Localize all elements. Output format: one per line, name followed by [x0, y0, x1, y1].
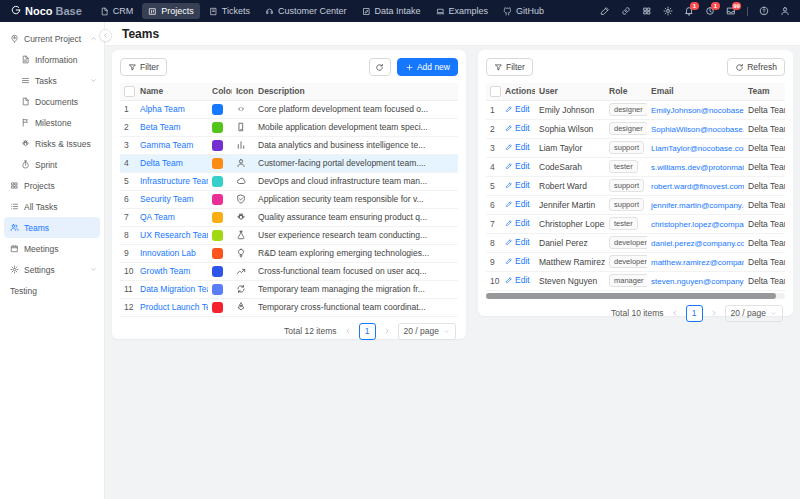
team-name-link[interactable]: Product Launch Team — [140, 302, 208, 312]
add-new-button[interactable]: Add new — [397, 58, 458, 76]
nav-item-customer-center[interactable]: Customer Center — [259, 3, 353, 19]
team-row[interactable]: 11Data Migration TeamTemporary team mana… — [120, 280, 458, 298]
edit-button[interactable]: Edit — [505, 123, 530, 133]
team-row[interactable]: 4Delta TeamCustomer-facing portal develo… — [120, 154, 458, 172]
user-row[interactable]: 2EditSophia WilsondesignerSophiaWilson@n… — [486, 119, 785, 138]
sidebar-item-meetings[interactable]: Meetings — [0, 238, 104, 259]
edit-button[interactable]: Edit — [505, 199, 530, 209]
next-page-button[interactable] — [383, 327, 391, 335]
select-all-checkbox[interactable] — [124, 86, 135, 97]
select-all-checkbox[interactable] — [490, 86, 501, 97]
nocobase-logo[interactable]: Noco Base — [10, 4, 82, 18]
edit-button[interactable]: Edit — [505, 237, 530, 247]
team-name-link[interactable]: UX Research Team — [140, 230, 208, 240]
nav-item-github[interactable]: GitHub — [497, 3, 550, 19]
page-number-button[interactable]: 1 — [359, 323, 376, 340]
edit-button[interactable]: Edit — [505, 161, 530, 171]
team-row[interactable]: 6Security TeamApplication security team … — [120, 190, 458, 208]
nav-item-projects[interactable]: Projects — [142, 3, 200, 19]
page-size-select[interactable]: 20 / page — [725, 305, 783, 322]
email-link[interactable]: s.williams.dev@protonmail.com — [651, 163, 744, 172]
sidebar-item-information[interactable]: Information — [0, 49, 104, 70]
email-link[interactable]: EmilyJohnson@nocobase.com — [651, 106, 744, 115]
grid-button[interactable] — [642, 6, 652, 16]
sidebar-item-documents[interactable]: Documents — [0, 91, 104, 112]
nav-item-tickets[interactable]: Tickets — [203, 3, 256, 19]
sidebar-item-current-project[interactable]: Current Project — [0, 28, 104, 49]
team-name-link[interactable]: Data Migration Team — [140, 284, 208, 294]
team-row[interactable]: 2Beta TeamMobile application development… — [120, 118, 458, 136]
team-name-link[interactable]: Delta Team — [140, 158, 183, 168]
team-row[interactable]: 3Gamma TeamData analytics and business i… — [120, 136, 458, 154]
nav-item-data-intake[interactable]: Data Intake — [356, 3, 427, 19]
link-button[interactable] — [621, 6, 631, 16]
user-row[interactable]: 7EditChristopher Lopeztesterchristopher.… — [486, 214, 785, 233]
team-name-link[interactable]: Gamma Team — [140, 140, 193, 150]
sidebar-item-milestone[interactable]: Milestone — [0, 112, 104, 133]
user-row[interactable]: 4EditCodeSarahtesters.williams.dev@proto… — [486, 157, 785, 176]
inbox-button[interactable]: 99 — [726, 6, 736, 16]
page-size-select[interactable]: 20 / page — [398, 323, 456, 340]
sidebar-item-all-tasks[interactable]: All Tasks — [0, 196, 104, 217]
gear-button[interactable] — [663, 6, 673, 16]
sidebar-item-settings[interactable]: Settings — [0, 259, 104, 280]
email-link[interactable]: SophiaWilson@nocobase.com — [651, 125, 744, 134]
sidebar-item-testing[interactable]: Testing — [0, 280, 104, 301]
page-number-button[interactable]: 1 — [686, 305, 703, 322]
team-row[interactable]: 12Product Launch TeamTemporary cross-fun… — [120, 298, 458, 316]
refresh-button[interactable]: Refresh — [727, 58, 785, 76]
sidebar-item-tasks[interactable]: Tasks — [0, 70, 104, 91]
user-row[interactable]: 1EditEmily JohnsondesignerEmilyJohnson@n… — [486, 100, 785, 119]
team-name-link[interactable]: Alpha Team — [140, 104, 185, 114]
team-row[interactable]: 5Infrastructure TeamDevOps and cloud inf… — [120, 172, 458, 190]
user-button[interactable] — [780, 6, 790, 16]
team-row[interactable]: 7QA TeamQuality assurance team ensuring … — [120, 208, 458, 226]
edit-button[interactable]: Edit — [505, 142, 530, 152]
sidebar-item-risks-issues[interactable]: Risks & Issues — [0, 133, 104, 154]
team-name-link[interactable]: Innovation Lab — [140, 248, 196, 258]
user-row[interactable]: 6EditJennifer Martinsupportjennifer.mart… — [486, 195, 785, 214]
clock-button[interactable]: 1 — [705, 6, 715, 16]
edit-button[interactable]: Edit — [505, 218, 530, 228]
email-link[interactable]: matthew.ramirez@company.com — [651, 258, 744, 267]
team-row[interactable]: 1Alpha TeamCore platform development tea… — [120, 100, 458, 118]
team-row[interactable]: 8UX Research TeamUser experience researc… — [120, 226, 458, 244]
nav-item-examples[interactable]: Examples — [430, 3, 495, 19]
prev-page-button[interactable] — [671, 309, 679, 317]
user-row[interactable]: 10EditSteven Nguyenmanagersteven.nguyen@… — [486, 271, 785, 290]
team-row[interactable]: 10Growth TeamCross-functional team focus… — [120, 262, 458, 280]
edit-button[interactable]: Edit — [505, 104, 530, 114]
team-name-link[interactable]: QA Team — [140, 212, 175, 222]
help-button[interactable] — [759, 6, 769, 16]
user-row[interactable]: 3EditLiam TaylorsupportLiamTaylor@nocoba… — [486, 138, 785, 157]
email-link[interactable]: LiamTaylor@nocobase.com — [651, 144, 744, 153]
email-link[interactable]: steven.nguyen@company.com — [651, 277, 744, 286]
next-page-button[interactable] — [710, 309, 718, 317]
bell-button[interactable]: 1 — [684, 6, 694, 16]
sidebar-item-teams[interactable]: Teams — [4, 217, 100, 238]
edit-button[interactable]: Edit — [505, 180, 530, 190]
refresh-button[interactable] — [369, 58, 391, 76]
team-row[interactable]: 9Innovation LabR&D team exploring emergi… — [120, 244, 458, 262]
email-link[interactable]: christopher.lopez@company.com — [651, 220, 744, 229]
edit-button[interactable]: Edit — [505, 275, 530, 285]
filter-button[interactable]: Filter — [120, 58, 167, 76]
nav-item-crm[interactable]: CRM — [94, 3, 140, 19]
sidebar-item-sprint[interactable]: Sprint — [0, 154, 104, 175]
email-link[interactable]: jennifer.martin@company.com — [651, 201, 744, 210]
team-name-link[interactable]: Security Team — [140, 194, 194, 204]
team-name-link[interactable]: Infrastructure Team — [140, 176, 208, 186]
filter-button[interactable]: Filter — [486, 58, 533, 76]
email-link[interactable]: daniel.perez@company.com — [651, 239, 744, 248]
prev-page-button[interactable] — [344, 327, 352, 335]
sidebar-collapse-button[interactable] — [99, 29, 112, 42]
highlighter-button[interactable] — [600, 6, 610, 16]
user-row[interactable]: 8EditDaniel Perezdeveloperdaniel.perez@c… — [486, 233, 785, 252]
team-name-link[interactable]: Beta Team — [140, 122, 180, 132]
edit-button[interactable]: Edit — [505, 256, 530, 266]
team-name-link[interactable]: Growth Team — [140, 266, 190, 276]
user-row[interactable]: 9EditMatthew Ramirezdevelopermatthew.ram… — [486, 252, 785, 271]
scrollbar-thumb[interactable] — [486, 293, 776, 299]
user-row[interactable]: 5EditRobert Wardsupportrobert.ward@finov… — [486, 176, 785, 195]
email-link[interactable]: robert.ward@finovest.com — [651, 182, 744, 191]
